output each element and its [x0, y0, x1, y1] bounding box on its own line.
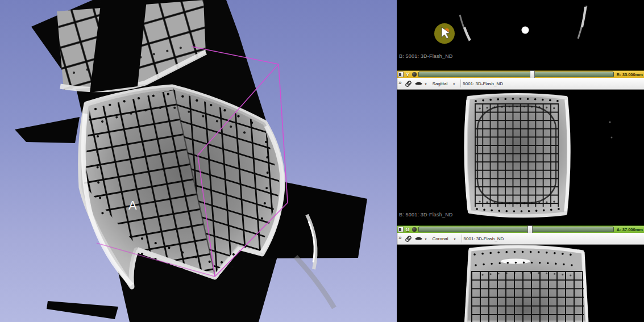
eye-icon	[414, 236, 423, 241]
sagittal-slice-slider-bar: Y R: 35.000mm	[397, 70, 644, 78]
slice-visibility-toggle[interactable]	[412, 227, 417, 232]
volume-selector[interactable]: 5001: 3D-Flash_ND	[464, 236, 504, 241]
coronal-slice-view[interactable]	[397, 245, 644, 322]
orientation-marker-a: A	[128, 198, 137, 212]
chain-link-icon	[405, 235, 412, 242]
mouse-pointer-highlight-icon	[434, 23, 455, 44]
chain-link-icon	[405, 80, 412, 87]
pin-icon[interactable]: »	[397, 235, 404, 242]
pin-icon[interactable]: »	[397, 80, 404, 87]
sagittal-slice-graphic	[397, 90, 644, 225]
slice-view-initial: G	[405, 227, 410, 232]
sagittal-slice-view[interactable]: B: 5001: 3D-Flash_ND	[397, 90, 644, 225]
slice-offset-handle[interactable]	[527, 225, 533, 233]
toolbar-separator	[462, 235, 462, 242]
chevron-down-icon: ▾	[453, 237, 457, 241]
visibility-button[interactable]	[413, 236, 424, 241]
link-views-button[interactable]	[404, 235, 413, 242]
orientation-selector[interactable]: Sagittal ▾	[430, 81, 459, 86]
orientation-selector-value: Sagittal	[433, 81, 448, 86]
coronal-toolbar: » ▾ Coronal ▾ 5001: 3D-Flash	[397, 233, 644, 245]
visibility-menu-caret-icon[interactable]: ▾	[424, 237, 428, 241]
coronal-slice-graphic	[397, 245, 644, 322]
slice-controller-menu-button[interactable]	[398, 227, 404, 232]
slicer-app: A B: 5001: 3D-Flash_ND Y	[0, 0, 644, 322]
link-views-button[interactable]	[404, 80, 413, 87]
3d-viewport[interactable]: A	[0, 0, 397, 322]
visibility-menu-caret-icon[interactable]: ▾	[424, 82, 428, 86]
slice-controller-menu-button[interactable]	[398, 72, 404, 77]
slice-views-panel: B: 5001: 3D-Flash_ND Y R: 35.000mm »	[397, 0, 644, 322]
slice-view-initial: Y	[405, 72, 410, 77]
volume-selector[interactable]: 5001: 3D-Flash_ND	[463, 81, 503, 86]
slice-offset-value: A: 37.000mm	[614, 227, 644, 232]
slice-offset-slider[interactable]	[418, 72, 614, 77]
axial-slice-graphic	[397, 0, 644, 70]
axial-volume-label: B: 5001: 3D-Flash_ND	[399, 53, 453, 59]
chevron-down-icon: ▾	[452, 82, 456, 86]
visibility-button[interactable]	[413, 81, 424, 86]
eye-icon	[414, 81, 423, 86]
3d-scene-graphic: A	[0, 0, 397, 322]
sagittal-toolbar: » ▾ Sagittal ▾ 5001: 3D-Flas	[397, 78, 644, 90]
orientation-selector[interactable]: Coronal ▾	[430, 236, 460, 241]
sagittal-volume-label: B: 5001: 3D-Flash_ND	[399, 212, 453, 218]
axial-slice-view[interactable]: B: 5001: 3D-Flash_ND	[397, 0, 644, 70]
slice-visibility-toggle[interactable]	[412, 72, 417, 77]
slice-offset-slider[interactable]	[418, 227, 614, 232]
slice-offset-value: R: 35.000mm	[614, 72, 644, 77]
slice-offset-handle[interactable]	[530, 70, 535, 78]
orientation-selector-value: Coronal	[433, 236, 448, 241]
coronal-slice-slider-bar: G A: 37.000mm	[397, 225, 644, 233]
toolbar-separator	[460, 80, 461, 87]
fiducial-dot	[522, 27, 529, 34]
